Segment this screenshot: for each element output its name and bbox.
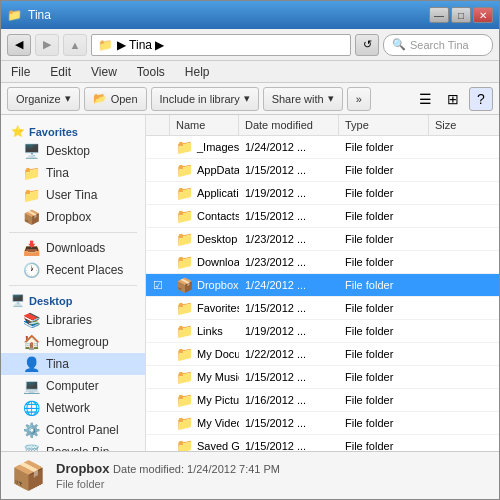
table-row[interactable]: 📁 My Pictures 1/16/2012 ... File folder (146, 389, 499, 412)
maximize-button[interactable]: □ (451, 7, 471, 23)
table-row[interactable]: ☑ 📦 Dropbox 1/24/2012 ... File folder (146, 274, 499, 297)
row-name-text: Desktop (197, 233, 237, 245)
title-bar-left: 📁 Tina (7, 8, 51, 22)
col-size[interactable]: Size (429, 115, 499, 135)
row-name: 📁 My Videos (170, 412, 239, 434)
sidebar-item-user-tina[interactable]: 📁 User Tina (1, 184, 145, 206)
sidebar-item-computer[interactable]: 💻 Computer (1, 375, 145, 397)
share-with-button[interactable]: Share with ▾ (263, 87, 343, 111)
desktop-group[interactable]: 🖥️ Desktop (1, 290, 145, 309)
sidebar-divider-2 (9, 285, 137, 286)
sidebar-item-tina-label: Tina (46, 166, 69, 180)
row-checkbox[interactable] (146, 136, 170, 158)
table-row[interactable]: 📁 My Videos 1/15/2012 ... File folder (146, 412, 499, 435)
row-name: 📁 My Music (170, 366, 239, 388)
sidebar-item-downloads[interactable]: 📥 Downloads (1, 237, 145, 259)
table-row[interactable]: 📁 Contacts 1/15/2012 ... File folder (146, 205, 499, 228)
sidebar-item-homegroup[interactable]: 🏠 Homegroup (1, 331, 145, 353)
table-row[interactable]: 📁 Application Data 1/19/2012 ... File fo… (146, 182, 499, 205)
view-details-button[interactable]: ☰ (413, 87, 437, 111)
row-name: 📁 Contacts (170, 205, 239, 227)
table-row[interactable]: 📁 Saved Games 1/15/2012 ... File folder (146, 435, 499, 451)
libraries-icon: 📚 (23, 312, 40, 328)
table-row[interactable]: 📁 My Music 1/15/2012 ... File folder (146, 366, 499, 389)
status-filename: Dropbox (56, 461, 109, 476)
table-row[interactable]: 📁 Downloads 1/23/2012 ... File folder (146, 251, 499, 274)
col-date[interactable]: Date modified (239, 115, 339, 135)
menu-file[interactable]: File (7, 64, 34, 80)
menu-edit[interactable]: Edit (46, 64, 75, 80)
row-checkbox[interactable] (146, 389, 170, 411)
status-name: Dropbox Date modified: 1/24/2012 7:41 PM (56, 461, 280, 476)
minimize-button[interactable]: — (429, 7, 449, 23)
col-type[interactable]: Type (339, 115, 429, 135)
sidebar-item-dropbox[interactable]: 📦 Dropbox (1, 206, 145, 228)
sidebar-item-recent-places[interactable]: 🕐 Recent Places (1, 259, 145, 281)
row-checkbox[interactable] (146, 320, 170, 342)
row-checkbox[interactable] (146, 205, 170, 227)
menu-help[interactable]: Help (181, 64, 214, 80)
row-name: 📁 Saved Games (170, 435, 239, 451)
sidebar-item-downloads-label: Downloads (46, 241, 105, 255)
table-row[interactable]: 📁 Links 1/19/2012 ... File folder (146, 320, 499, 343)
sidebar-item-network[interactable]: 🌐 Network (1, 397, 145, 419)
menu-view[interactable]: View (87, 64, 121, 80)
row-name: 📁 Favorites (170, 297, 239, 319)
forward-button[interactable]: ▶ (35, 34, 59, 56)
row-checkbox[interactable] (146, 159, 170, 181)
row-checkbox[interactable] (146, 182, 170, 204)
up-button[interactable]: ▲ (63, 34, 87, 56)
close-button[interactable]: ✕ (473, 7, 493, 23)
refresh-button[interactable]: ↺ (355, 34, 379, 56)
favorites-group[interactable]: ⭐ Favorites (1, 121, 145, 140)
row-checkbox[interactable]: ☑ (146, 274, 170, 296)
organize-button[interactable]: Organize ▾ (7, 87, 80, 111)
path-text: ▶ Tina ▶ (117, 38, 164, 52)
row-checkbox[interactable] (146, 343, 170, 365)
share-with-label: Share with (272, 93, 324, 105)
table-row[interactable]: 📁 _Images 1/24/2012 ... File folder (146, 136, 499, 159)
status-icon: 📦 (11, 459, 46, 492)
row-date: 1/15/2012 ... (239, 366, 339, 388)
menu-tools[interactable]: Tools (133, 64, 169, 80)
row-size (429, 159, 499, 181)
row-checkbox[interactable] (146, 412, 170, 434)
sidebar-item-libraries[interactable]: 📚 Libraries (1, 309, 145, 331)
sidebar-item-tina-user[interactable]: 👤 Tina (1, 353, 145, 375)
row-name-text: My Videos (197, 417, 239, 429)
sidebar-item-tina-user-label: Tina (46, 357, 69, 371)
back-button[interactable]: ◀ (7, 34, 31, 56)
recent-places-icon: 🕐 (23, 262, 40, 278)
sidebar-item-desktop[interactable]: 🖥️ Desktop (1, 140, 145, 162)
row-checkbox[interactable] (146, 297, 170, 319)
search-box[interactable]: 🔍 Search Tina (383, 34, 493, 56)
row-name: 📁 _Images (170, 136, 239, 158)
user-icon: 👤 (23, 356, 40, 372)
organize-label: Organize (16, 93, 61, 105)
col-name[interactable]: Name (170, 115, 239, 135)
help-button[interactable]: ? (469, 87, 493, 111)
sidebar-item-control-panel[interactable]: ⚙️ Control Panel (1, 419, 145, 441)
table-row[interactable]: 📁 AppData 1/15/2012 ... File folder (146, 159, 499, 182)
row-checkbox[interactable] (146, 435, 170, 451)
more-button[interactable]: » (347, 87, 371, 111)
row-name-text: Application Data (197, 187, 239, 199)
table-row[interactable]: 📁 My Documents 1/22/2012 ... File folder (146, 343, 499, 366)
row-name: 📁 My Pictures (170, 389, 239, 411)
row-folder-icon: 📁 (176, 300, 193, 316)
sidebar-item-recent-places-label: Recent Places (46, 263, 123, 277)
sidebar-item-recycle-bin[interactable]: 🗑️ Recycle Bin (1, 441, 145, 451)
table-row[interactable]: 📁 Desktop 1/23/2012 ... File folder (146, 228, 499, 251)
address-path[interactable]: 📁 ▶ Tina ▶ (91, 34, 351, 56)
sidebar-item-tina[interactable]: 📁 Tina (1, 162, 145, 184)
row-checkbox[interactable] (146, 251, 170, 273)
open-button[interactable]: 📂 Open (84, 87, 147, 111)
links-section: 📥 Downloads 🕐 Recent Places (1, 237, 145, 281)
row-checkbox[interactable] (146, 366, 170, 388)
table-row[interactable]: 📁 Favorites 1/15/2012 ... File folder (146, 297, 499, 320)
row-folder-icon: 📁 (176, 162, 193, 178)
include-library-button[interactable]: Include in library ▾ (151, 87, 259, 111)
row-date: 1/15/2012 ... (239, 412, 339, 434)
view-icons-button[interactable]: ⊞ (441, 87, 465, 111)
row-checkbox[interactable] (146, 228, 170, 250)
